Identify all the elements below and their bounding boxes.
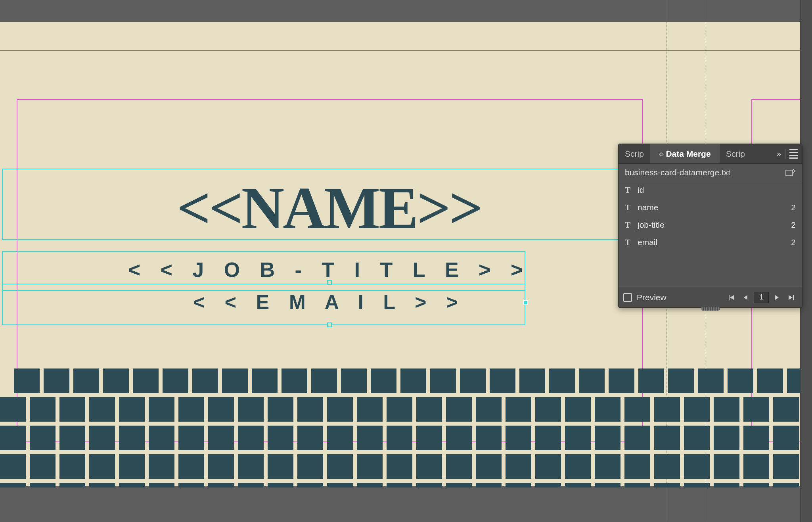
- field-list-gap: [619, 251, 802, 287]
- field-name: id: [638, 185, 644, 195]
- pattern-square: [684, 426, 710, 450]
- pattern-square: [506, 483, 531, 487]
- tab-label: Scrip: [625, 149, 644, 159]
- selection-handle-bottom[interactable]: [327, 322, 332, 327]
- pattern-row: [0, 483, 812, 487]
- pattern-square: [222, 368, 248, 393]
- pattern-square: [44, 368, 69, 393]
- pattern-row: [0, 368, 812, 393]
- pattern-square: [490, 368, 515, 393]
- pattern-square: [519, 368, 545, 393]
- field-list: TidTname2Tjob-title2Temail2: [619, 181, 802, 251]
- pattern-square: [163, 368, 188, 393]
- pattern-square: [30, 454, 56, 479]
- last-record-button[interactable]: [785, 291, 797, 304]
- data-source-filename: business-card-datamerge.txt: [625, 168, 730, 177]
- pattern-row: [0, 426, 812, 450]
- pattern-square: [59, 454, 85, 479]
- svg-marker-4: [775, 295, 779, 300]
- top-margin-rule: [0, 50, 800, 51]
- pattern-square: [297, 454, 323, 479]
- field-row-name[interactable]: Tname2: [619, 199, 802, 216]
- first-record-button[interactable]: [725, 291, 738, 304]
- pattern-square: [327, 426, 353, 450]
- preview-label: Preview: [637, 293, 666, 302]
- pattern-square: [268, 454, 293, 479]
- pattern-square: [654, 397, 680, 422]
- pattern-square: [416, 483, 442, 487]
- pattern-square: [476, 483, 502, 487]
- field-row-id[interactable]: Tid: [619, 181, 802, 199]
- pattern-square: [400, 368, 426, 393]
- pattern-square: [103, 368, 129, 393]
- tab-script-right[interactable]: Scrip: [720, 144, 752, 163]
- pattern-square: [624, 483, 650, 487]
- data-merge-panel[interactable]: Scrip ◇ Data Merge Scrip » business-card…: [618, 144, 802, 308]
- pattern-square: [506, 454, 531, 479]
- pattern-square: [535, 426, 561, 450]
- pattern-square: [327, 454, 353, 479]
- pattern-square: [208, 483, 234, 487]
- pattern-square: [714, 426, 739, 450]
- pattern-square: [387, 397, 412, 422]
- collapse-panel-icon[interactable]: »: [777, 149, 781, 158]
- pattern-square: [59, 483, 85, 487]
- sort-icon: ◇: [659, 151, 663, 157]
- next-record-button[interactable]: [770, 291, 783, 304]
- panel-resize-grip[interactable]: [701, 307, 720, 311]
- tab-data-merge[interactable]: ◇ Data Merge: [650, 144, 720, 163]
- pattern-square: [549, 368, 575, 393]
- tab-label: Scrip: [726, 149, 745, 159]
- data-source-row[interactable]: business-card-datamerge.txt: [619, 164, 802, 181]
- placeholder-name[interactable]: <<NAME>>: [0, 174, 658, 242]
- pattern-square: [30, 483, 56, 487]
- workspace: <<NAME>> < < J O B - T I T L E > > < < E…: [0, 0, 812, 522]
- pattern-square: [387, 426, 412, 450]
- pattern-square: [119, 426, 145, 450]
- pattern-square: [579, 368, 605, 393]
- pattern-square: [535, 454, 561, 479]
- divider: [785, 149, 785, 159]
- tab-script-left[interactable]: Scrip: [619, 144, 650, 163]
- pattern-square: [430, 368, 456, 393]
- pattern-square: [595, 397, 620, 422]
- pattern-square: [609, 368, 634, 393]
- pattern-square: [595, 483, 620, 487]
- pattern-square: [149, 454, 174, 479]
- pattern-square: [59, 397, 85, 422]
- select-data-source-icon[interactable]: [785, 169, 796, 177]
- pattern-square: [773, 397, 799, 422]
- selection-handle-right[interactable]: [523, 300, 528, 305]
- pattern-square: [178, 483, 204, 487]
- preview-checkbox[interactable]: [623, 293, 632, 302]
- pattern-square: [698, 368, 724, 393]
- pattern-square: [311, 368, 337, 393]
- pattern-square: [282, 368, 307, 393]
- pattern-square: [327, 397, 353, 422]
- panel-tab-bar: Scrip ◇ Data Merge Scrip »: [619, 144, 802, 164]
- pattern-square: [341, 368, 367, 393]
- placeholder-email[interactable]: < < E M A I L > >: [0, 291, 658, 314]
- pattern-square: [714, 397, 739, 422]
- pattern-square: [119, 397, 145, 422]
- pattern-square: [59, 426, 85, 450]
- pattern-square: [238, 483, 264, 487]
- pattern-square: [654, 454, 680, 479]
- pattern-square: [238, 426, 264, 450]
- record-number-field[interactable]: 1: [754, 292, 769, 303]
- pattern-square: [208, 426, 234, 450]
- text-field-icon: T: [625, 185, 633, 195]
- pattern-square: [133, 368, 159, 393]
- pattern-square: [743, 426, 769, 450]
- pattern-square: [624, 426, 650, 450]
- pattern-row: [0, 454, 812, 479]
- pattern-square: [565, 454, 591, 479]
- prev-record-button[interactable]: [739, 291, 752, 304]
- pattern-square: [446, 397, 472, 422]
- panel-menu-icon[interactable]: [789, 149, 798, 159]
- selection-handle-top[interactable]: [327, 280, 332, 285]
- placeholder-job-title[interactable]: < < J O B - T I T L E > >: [0, 258, 658, 282]
- pattern-square: [119, 483, 145, 487]
- field-row-email[interactable]: Temail2: [619, 234, 802, 251]
- field-row-job-title[interactable]: Tjob-title2: [619, 216, 802, 234]
